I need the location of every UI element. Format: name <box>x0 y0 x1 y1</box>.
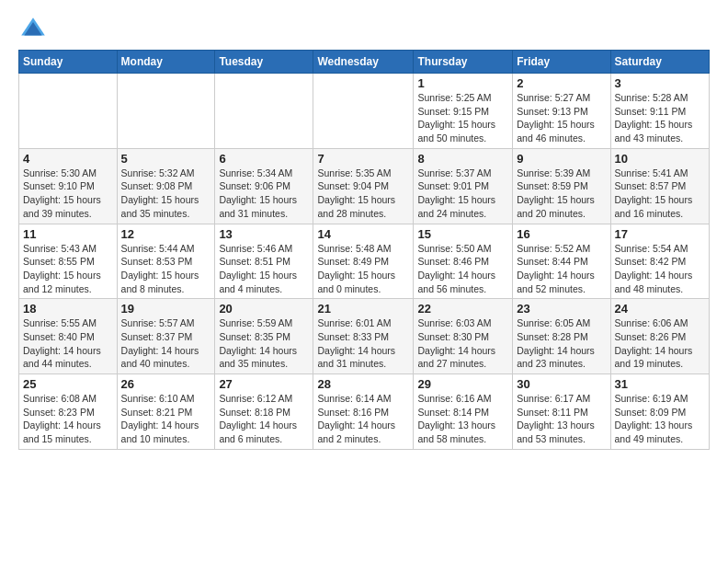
day-number: 31 <box>615 377 705 391</box>
day-cell: 23Sunrise: 6:05 AMSunset: 8:28 PMDayligh… <box>513 299 610 374</box>
day-cell: 11Sunrise: 5:43 AMSunset: 8:55 PMDayligh… <box>19 224 118 299</box>
day-cell: 21Sunrise: 6:01 AMSunset: 8:33 PMDayligh… <box>313 299 414 374</box>
day-number: 6 <box>219 152 309 166</box>
day-header-friday: Friday <box>513 51 610 74</box>
day-info: Sunrise: 5:27 AMSunset: 9:13 PMDaylight:… <box>517 91 606 145</box>
day-info: Sunrise: 6:14 AMSunset: 8:16 PMDaylight:… <box>317 392 409 446</box>
day-number: 24 <box>615 302 705 316</box>
day-cell: 24Sunrise: 6:06 AMSunset: 8:26 PMDayligh… <box>610 299 709 374</box>
day-info: Sunrise: 5:37 AMSunset: 9:01 PMDaylight:… <box>417 167 508 221</box>
week-row-1: 1Sunrise: 5:25 AMSunset: 9:15 PMDaylight… <box>19 74 710 149</box>
day-info: Sunrise: 6:08 AMSunset: 8:23 PMDaylight:… <box>23 392 113 446</box>
day-info: Sunrise: 6:17 AMSunset: 8:11 PMDaylight:… <box>517 392 606 446</box>
day-cell: 20Sunrise: 5:59 AMSunset: 8:35 PMDayligh… <box>215 299 313 374</box>
day-number: 17 <box>615 227 705 241</box>
day-cell: 1Sunrise: 5:25 AMSunset: 9:15 PMDaylight… <box>414 74 513 149</box>
day-number: 26 <box>121 377 211 391</box>
day-number: 21 <box>317 302 409 316</box>
day-cell: 12Sunrise: 5:44 AMSunset: 8:53 PMDayligh… <box>117 224 215 299</box>
day-info: Sunrise: 6:01 AMSunset: 8:33 PMDaylight:… <box>317 316 409 371</box>
day-number: 4 <box>23 152 113 166</box>
day-cell: 31Sunrise: 6:19 AMSunset: 8:09 PMDayligh… <box>610 374 709 450</box>
page: SundayMondayTuesdayWednesdayThursdayFrid… <box>0 0 728 459</box>
day-number: 18 <box>23 302 113 316</box>
day-header-saturday: Saturday <box>610 51 709 74</box>
day-info: Sunrise: 6:12 AMSunset: 8:18 PMDaylight:… <box>219 392 309 446</box>
day-number: 13 <box>219 227 309 241</box>
day-info: Sunrise: 5:46 AMSunset: 8:51 PMDaylight:… <box>219 242 309 296</box>
day-cell: 22Sunrise: 6:03 AMSunset: 8:30 PMDayligh… <box>414 299 513 374</box>
week-row-2: 4Sunrise: 5:30 AMSunset: 9:10 PMDaylight… <box>19 148 710 224</box>
day-number: 2 <box>517 76 606 90</box>
week-row-4: 18Sunrise: 5:55 AMSunset: 8:40 PMDayligh… <box>19 299 710 374</box>
day-number: 5 <box>121 152 211 166</box>
header <box>18 15 710 44</box>
day-cell: 14Sunrise: 5:48 AMSunset: 8:49 PMDayligh… <box>313 224 414 299</box>
day-number: 22 <box>417 302 508 316</box>
day-cell: 27Sunrise: 6:12 AMSunset: 8:18 PMDayligh… <box>215 374 313 450</box>
day-cell: 15Sunrise: 5:50 AMSunset: 8:46 PMDayligh… <box>414 224 513 299</box>
day-cell: 19Sunrise: 5:57 AMSunset: 8:37 PMDayligh… <box>117 299 215 374</box>
day-number: 25 <box>23 377 113 391</box>
day-number: 14 <box>317 227 409 241</box>
day-number: 11 <box>23 227 113 241</box>
day-cell: 8Sunrise: 5:37 AMSunset: 9:01 PMDaylight… <box>414 148 513 224</box>
week-row-5: 25Sunrise: 6:08 AMSunset: 8:23 PMDayligh… <box>19 374 710 450</box>
day-number: 28 <box>317 377 409 391</box>
day-info: Sunrise: 5:39 AMSunset: 8:59 PMDaylight:… <box>517 167 606 221</box>
day-header-wednesday: Wednesday <box>313 51 414 74</box>
day-number: 27 <box>219 377 309 391</box>
day-cell <box>117 74 215 149</box>
day-info: Sunrise: 5:28 AMSunset: 9:11 PMDaylight:… <box>615 91 705 145</box>
day-info: Sunrise: 5:50 AMSunset: 8:46 PMDaylight:… <box>417 242 508 296</box>
day-header-sunday: Sunday <box>19 51 118 74</box>
day-number: 1 <box>417 76 508 90</box>
day-info: Sunrise: 6:19 AMSunset: 8:09 PMDaylight:… <box>615 392 705 446</box>
day-cell: 17Sunrise: 5:54 AMSunset: 8:42 PMDayligh… <box>610 224 709 299</box>
day-number: 7 <box>317 152 409 166</box>
day-cell: 18Sunrise: 5:55 AMSunset: 8:40 PMDayligh… <box>19 299 118 374</box>
day-cell: 30Sunrise: 6:17 AMSunset: 8:11 PMDayligh… <box>513 374 610 450</box>
header-row: SundayMondayTuesdayWednesdayThursdayFrid… <box>19 51 710 74</box>
day-cell: 16Sunrise: 5:52 AMSunset: 8:44 PMDayligh… <box>513 224 610 299</box>
day-info: Sunrise: 5:35 AMSunset: 9:04 PMDaylight:… <box>317 167 409 221</box>
day-number: 29 <box>417 377 508 391</box>
day-number: 3 <box>615 76 705 90</box>
day-info: Sunrise: 6:10 AMSunset: 8:21 PMDaylight:… <box>121 392 211 446</box>
day-number: 15 <box>417 227 508 241</box>
day-cell: 6Sunrise: 5:34 AMSunset: 9:06 PMDaylight… <box>215 148 313 224</box>
day-cell: 25Sunrise: 6:08 AMSunset: 8:23 PMDayligh… <box>19 374 118 450</box>
day-number: 16 <box>517 227 606 241</box>
day-number: 10 <box>615 152 705 166</box>
day-number: 20 <box>219 302 309 316</box>
day-header-monday: Monday <box>117 51 215 74</box>
day-info: Sunrise: 5:57 AMSunset: 8:37 PMDaylight:… <box>121 316 211 371</box>
day-info: Sunrise: 6:03 AMSunset: 8:30 PMDaylight:… <box>417 316 508 371</box>
day-cell <box>215 74 313 149</box>
day-info: Sunrise: 5:43 AMSunset: 8:55 PMDaylight:… <box>23 242 113 296</box>
day-cell: 26Sunrise: 6:10 AMSunset: 8:21 PMDayligh… <box>117 374 215 450</box>
day-header-tuesday: Tuesday <box>215 51 313 74</box>
day-info: Sunrise: 5:52 AMSunset: 8:44 PMDaylight:… <box>517 242 606 296</box>
day-cell: 9Sunrise: 5:39 AMSunset: 8:59 PMDaylight… <box>513 148 610 224</box>
day-cell: 3Sunrise: 5:28 AMSunset: 9:11 PMDaylight… <box>610 74 709 149</box>
day-info: Sunrise: 6:06 AMSunset: 8:26 PMDaylight:… <box>615 316 705 371</box>
day-number: 12 <box>121 227 211 241</box>
week-row-3: 11Sunrise: 5:43 AMSunset: 8:55 PMDayligh… <box>19 224 710 299</box>
calendar-table: SundayMondayTuesdayWednesdayThursdayFrid… <box>18 50 710 450</box>
day-info: Sunrise: 5:30 AMSunset: 9:10 PMDaylight:… <box>23 167 113 221</box>
day-cell: 28Sunrise: 6:14 AMSunset: 8:16 PMDayligh… <box>313 374 414 450</box>
day-cell: 2Sunrise: 5:27 AMSunset: 9:13 PMDaylight… <box>513 74 610 149</box>
day-number: 19 <box>121 302 211 316</box>
day-info: Sunrise: 6:05 AMSunset: 8:28 PMDaylight:… <box>517 316 606 371</box>
day-info: Sunrise: 5:44 AMSunset: 8:53 PMDaylight:… <box>121 242 211 296</box>
day-cell <box>313 74 414 149</box>
day-info: Sunrise: 6:16 AMSunset: 8:14 PMDaylight:… <box>417 392 508 446</box>
day-cell: 4Sunrise: 5:30 AMSunset: 9:10 PMDaylight… <box>19 148 118 224</box>
day-info: Sunrise: 5:48 AMSunset: 8:49 PMDaylight:… <box>317 242 409 296</box>
day-cell: 5Sunrise: 5:32 AMSunset: 9:08 PMDaylight… <box>117 148 215 224</box>
day-cell: 13Sunrise: 5:46 AMSunset: 8:51 PMDayligh… <box>215 224 313 299</box>
day-info: Sunrise: 5:34 AMSunset: 9:06 PMDaylight:… <box>219 167 309 221</box>
day-number: 30 <box>517 377 606 391</box>
day-info: Sunrise: 5:54 AMSunset: 8:42 PMDaylight:… <box>615 242 705 296</box>
